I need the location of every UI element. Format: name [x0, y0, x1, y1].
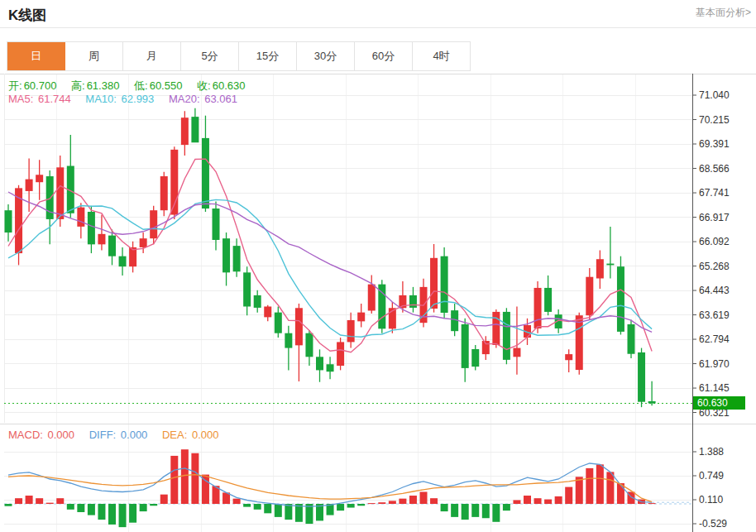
current-price-badge: 60.630: [693, 396, 745, 410]
ma20-readout: MA20: 63.061: [169, 93, 237, 105]
y-axis: 71.04070.21569.39168.56667.74166.91766.0…: [692, 74, 730, 532]
axis-tick-label: 61.970: [699, 358, 730, 370]
axis-tick-label: 68.566: [699, 163, 730, 175]
ma5-readout: MA5: 61.744: [8, 93, 71, 105]
kline-widget: K线图 基本面分析> 日 周 月 5分 15分 30分 60分 4时 71.04…: [0, 0, 756, 532]
axis-tick-label: -0.529: [699, 518, 727, 530]
axis-tick-label: 61.145: [699, 382, 730, 394]
ohlc-low: 低:60.550: [134, 79, 182, 92]
diff-readout: DIFF: 0.000: [89, 429, 148, 441]
ohlc-high: 高:61.380: [71, 79, 119, 92]
ohlc-close: 收:60.630: [197, 79, 245, 92]
axis-tick-label: 69.391: [699, 138, 730, 150]
macd-hist-layer: [5, 449, 656, 527]
ma-legend: MA5: 61.744 MA10: 62.993 MA20: 63.061: [8, 93, 249, 105]
macd-legend: MACD: 0.000 DIFF: 0.000 DEA: 0.000: [8, 429, 231, 441]
ma20-line: [8, 192, 652, 332]
axis-tick-label: 66.917: [699, 212, 730, 223]
axis-tick-label: 0.749: [699, 470, 724, 482]
axis-tick-label: 67.741: [699, 187, 730, 199]
ma10-readout: MA10: 62.993: [85, 93, 154, 105]
axis-tick-label: 66.092: [699, 236, 730, 247]
axis-tick-label: 1.388: [699, 446, 724, 458]
axis-tick-label: 71.040: [699, 89, 730, 101]
axis-tick-label: 65.268: [699, 261, 730, 272]
axis-tick-label: 64.443: [699, 285, 730, 296]
grid-layer: [0, 74, 756, 532]
axis-tick-label: 62.794: [699, 333, 730, 345]
ohlc-open: 开:60.700: [8, 79, 56, 92]
axis-tick-label: 70.215: [699, 114, 730, 126]
ohlc-legend: 开:60.700 高:61.380 低:60.550 收:60.630: [8, 79, 256, 93]
candles-layer: [5, 108, 656, 407]
axis-tick-label: 0.110: [699, 494, 723, 506]
dea-readout: DEA: 0.000: [162, 429, 219, 441]
axis-tick-label: 63.619: [699, 309, 730, 321]
macd-readout: MACD: 0.000: [8, 429, 74, 441]
